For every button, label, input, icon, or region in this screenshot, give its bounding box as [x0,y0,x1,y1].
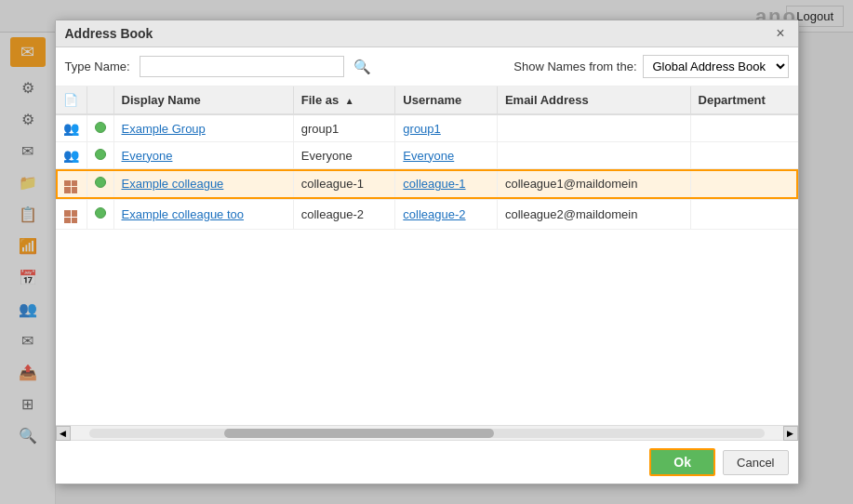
row-email: colleague2@maildomein [497,199,690,230]
cancel-button[interactable]: Cancel [723,450,788,475]
scroll-right-arrow[interactable]: ▶ [783,426,798,441]
modal-content: 📄 Display Name File as ▲ [56,86,798,425]
col-header-display-name: Display Name [113,86,293,114]
status-dot [95,177,106,188]
col-header-email: Email Address [497,86,690,114]
row-username: colleague-2 [395,199,498,230]
show-names-select[interactable]: Global Address Book Contacts All Contact… [643,55,789,78]
ok-button[interactable]: Ok [649,448,715,476]
row-department [690,114,797,142]
row-file-as: colleague-1 [293,169,395,200]
show-names-label: Show Names from the: [513,60,636,73]
scrollbar-thumb[interactable] [224,429,494,438]
row-username: Everyone [395,142,498,169]
modal-close-button[interactable]: × [772,26,788,41]
modal-title: Address Book [65,26,153,41]
modal-overlay: Address Book × Type Name: 🔍 Show Names f… [0,0,853,504]
status-dot [95,149,106,160]
horizontal-scrollbar: ◀ ▶ [56,425,798,440]
group-type-icon: 👥 [63,121,79,136]
col-header-sp: 📄 [56,86,87,114]
contact-type-icon [64,180,77,193]
row-email [497,114,690,142]
modal-header: Address Book × [56,20,798,47]
row-file-as: Everyone [293,142,395,169]
row-display-name: Example colleague too [113,199,293,230]
modal-toolbar: Type Name: 🔍 Show Names from the: Global… [56,47,798,86]
sort-arrow-icon: ▲ [345,96,354,106]
row-status-cell [87,142,113,169]
row-department [690,199,797,230]
search-button[interactable]: 🔍 [353,59,371,75]
col-header-file-as[interactable]: File as ▲ [293,86,395,114]
table-row[interactable]: Example colleague too colleague-2 collea… [56,199,798,230]
modal-footer: Ok Cancel [56,440,798,484]
scrollbar-track[interactable] [89,429,765,438]
scroll-left-arrow[interactable]: ◀ [56,426,71,441]
row-email: colleague1@maildomein [497,169,690,200]
doc-icon: 📄 [63,93,78,107]
type-name-input[interactable] [140,56,344,77]
row-username: colleague-1 [395,169,498,200]
contact-type-icon [64,210,77,223]
show-names-group: Show Names from the: Global Address Book… [513,55,788,78]
type-name-label: Type Name: [65,60,130,73]
status-dot [95,122,106,133]
table-row-selected[interactable]: Example colleague colleague-1 colleague-… [56,169,798,200]
row-type-icon-cell [56,199,87,230]
row-type-icon-cell [56,169,87,200]
address-book-modal: Address Book × Type Name: 🔍 Show Names f… [55,20,799,484]
table-header-row: 📄 Display Name File as ▲ [56,86,798,114]
row-username: group1 [395,114,498,142]
row-type-icon-cell: 👥 [56,114,87,142]
row-display-name: Example colleague [113,169,293,200]
row-status-cell [87,169,113,200]
group-type-icon: 👥 [63,148,79,163]
row-display-name: Example Group [113,114,293,142]
row-type-icon-cell: 👥 [56,142,87,169]
row-email [497,142,690,169]
col-header-status [87,86,113,114]
col-header-username: Username [395,86,498,114]
row-file-as: group1 [293,114,395,142]
status-dot [95,207,106,219]
table-row[interactable]: 👥 Everyone Everyone Everyone [56,142,798,169]
row-department [690,169,797,200]
col-header-department: Department [690,86,797,114]
table-body: 👥 Example Group group1 group1 [56,114,798,230]
address-table: 📄 Display Name File as ▲ [56,86,798,230]
row-file-as: colleague-2 [293,199,395,230]
row-display-name: Everyone [113,142,293,169]
table-row[interactable]: 👥 Example Group group1 group1 [56,114,798,142]
row-status-cell [87,114,113,142]
search-icon: 🔍 [353,59,371,74]
row-department [690,142,797,169]
row-status-cell [87,199,113,230]
